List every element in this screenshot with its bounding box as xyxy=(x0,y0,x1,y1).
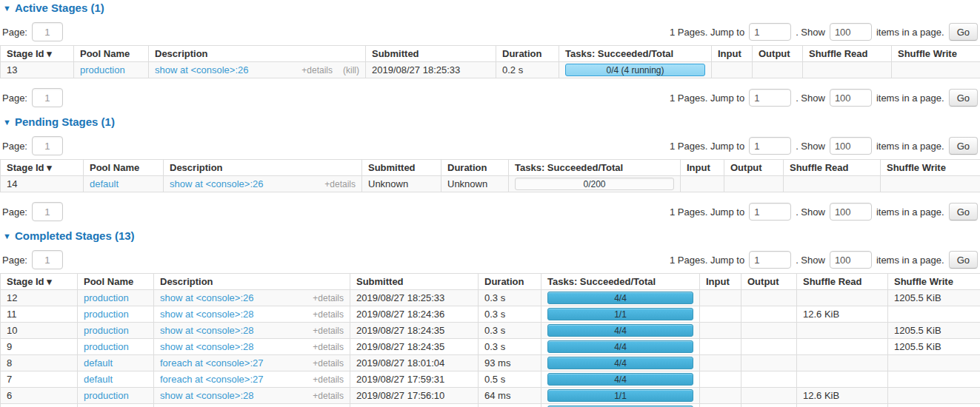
stage-description-link[interactable]: show at <console>:28 xyxy=(160,309,253,320)
go-button[interactable]: Go xyxy=(949,251,978,269)
pool-name-link[interactable]: production xyxy=(84,390,129,401)
show-items-input[interactable] xyxy=(830,23,872,41)
column-header-stage-id[interactable]: Stage Id ▾ xyxy=(1,274,78,290)
column-header-duration[interactable]: Duration xyxy=(479,274,541,290)
show-text: . Show xyxy=(796,141,825,152)
show-items-input[interactable] xyxy=(830,137,872,155)
column-header-shuffle-read[interactable]: Shuffle Read xyxy=(784,160,881,176)
jump-to-page-input[interactable] xyxy=(749,89,791,107)
stage-description-link[interactable]: show at <console>:26 xyxy=(155,64,248,75)
column-header-output[interactable]: Output xyxy=(741,274,797,290)
section-title-completed[interactable]: ▼Completed Stages (13) xyxy=(3,230,980,242)
go-button[interactable]: Go xyxy=(949,137,978,155)
column-header-stage-id[interactable]: Stage Id ▾ xyxy=(1,160,84,176)
page-number-input[interactable] xyxy=(32,250,63,269)
column-header-stage-id[interactable]: Stage Id ▾ xyxy=(1,46,74,62)
pool-name-link[interactable]: production xyxy=(84,341,129,352)
details-toggle[interactable]: +details xyxy=(313,391,344,401)
column-header-submitted[interactable]: Submitted xyxy=(350,274,479,290)
column-header-input[interactable]: Input xyxy=(712,46,753,62)
sort-desc-icon: ▾ xyxy=(47,48,52,59)
page-number-input[interactable] xyxy=(32,136,63,155)
details-toggle[interactable]: +details xyxy=(313,374,344,385)
pool-name-link[interactable]: production xyxy=(84,292,129,303)
description-cell: show at <console>:28+details xyxy=(154,339,350,355)
shuffle-write-cell: 1205.5 KiB xyxy=(888,290,980,306)
go-button[interactable]: Go xyxy=(949,203,978,221)
column-header-description[interactable]: Description xyxy=(154,274,350,290)
column-header-input[interactable]: Input xyxy=(681,160,724,176)
column-header-output[interactable]: Output xyxy=(753,46,803,62)
stage-description-link[interactable]: show at <console>:26 xyxy=(160,292,253,303)
jump-to-page-input[interactable] xyxy=(749,23,791,41)
column-header-shuffle-write[interactable]: Shuffle Write xyxy=(892,46,980,62)
column-header-tasks-succeeded-total[interactable]: Tasks: Succeeded/Total xyxy=(509,160,681,176)
column-header-duration[interactable]: Duration xyxy=(496,46,559,62)
section-title-pending[interactable]: ▼Pending Stages (1) xyxy=(3,116,980,128)
column-header-shuffle-read[interactable]: Shuffle Read xyxy=(803,46,892,62)
details-toggle[interactable]: +details xyxy=(313,342,344,352)
stage-row: 11productionshow at <console>:28+details… xyxy=(1,306,980,323)
column-header-tasks-succeeded-total[interactable]: Tasks: Succeeded/Total xyxy=(541,274,700,290)
pages-count-text: 1 Pages. Jump to xyxy=(670,92,744,104)
jump-to-page-input[interactable] xyxy=(749,137,791,155)
stage-description-link[interactable]: show at <console>:28 xyxy=(160,325,253,336)
column-header-label: Duration xyxy=(447,162,487,173)
details-toggle[interactable]: +details xyxy=(313,326,344,336)
column-header-shuffle-read[interactable]: Shuffle Read xyxy=(797,274,888,290)
column-header-submitted[interactable]: Submitted xyxy=(366,46,496,62)
section-title-active[interactable]: ▼Active Stages (1) xyxy=(3,2,980,14)
duration-cell: 64 ms xyxy=(479,388,541,404)
details-toggle[interactable]: +details xyxy=(324,179,356,189)
column-header-tasks-succeeded-total[interactable]: Tasks: Succeeded/Total xyxy=(559,46,712,62)
pool-name-link[interactable]: production xyxy=(84,325,129,336)
pool-name-link[interactable]: default xyxy=(90,178,119,189)
go-button[interactable]: Go xyxy=(949,89,978,107)
pool-name-cell: production xyxy=(78,323,154,339)
show-items-input[interactable] xyxy=(830,203,872,221)
page-number-input[interactable] xyxy=(32,202,63,221)
pool-name-link[interactable]: default xyxy=(84,357,113,369)
tasks-progress-cell: 1/1 xyxy=(541,306,700,323)
column-header-pool-name[interactable]: Pool Name xyxy=(74,46,149,62)
shuffle-read-cell: 12.6 KiB xyxy=(797,388,888,404)
input-cell xyxy=(700,388,741,404)
column-header-pool-name[interactable]: Pool Name xyxy=(78,274,154,290)
stage-description-link[interactable]: show at <console>:28 xyxy=(160,390,253,401)
kill-link[interactable]: (kill) xyxy=(343,65,359,75)
page-number-input[interactable] xyxy=(32,22,63,41)
tasks-progress-bar: 4/4 xyxy=(547,357,693,369)
column-header-description[interactable]: Description xyxy=(164,160,362,176)
stage-row: 5productionshow at <console>:28+details2… xyxy=(1,404,980,407)
column-header-duration[interactable]: Duration xyxy=(441,160,509,176)
column-header-shuffle-write[interactable]: Shuffle Write xyxy=(881,160,980,176)
stage-description-link[interactable]: foreach at <console>:27 xyxy=(160,357,264,369)
stages-table-active: Stage Id ▾Pool NameDescriptionSubmittedD… xyxy=(0,45,980,78)
stages-table-pending: Stage Id ▾Pool NameDescriptionSubmittedD… xyxy=(0,159,980,192)
pool-name-cell: production xyxy=(74,62,149,78)
column-header-input[interactable]: Input xyxy=(700,274,741,290)
jump-to-page-input[interactable] xyxy=(749,251,791,269)
page-number-input[interactable] xyxy=(32,88,63,107)
details-toggle[interactable]: +details xyxy=(301,65,333,75)
column-header-description[interactable]: Description xyxy=(149,46,366,62)
show-items-input[interactable] xyxy=(830,89,872,107)
go-button[interactable]: Go xyxy=(949,23,978,41)
stage-description-link[interactable]: foreach at <console>:27 xyxy=(160,374,264,385)
jump-to-page-input[interactable] xyxy=(749,203,791,221)
show-items-input[interactable] xyxy=(830,251,872,269)
pages-count-text: 1 Pages. Jump to xyxy=(670,27,744,38)
column-header-pool-name[interactable]: Pool Name xyxy=(84,160,164,176)
details-toggle[interactable]: +details xyxy=(313,293,344,303)
column-header-shuffle-write[interactable]: Shuffle Write xyxy=(888,274,980,290)
pool-name-link[interactable]: production xyxy=(80,64,125,75)
column-header-output[interactable]: Output xyxy=(724,160,784,176)
details-toggle[interactable]: +details xyxy=(313,358,344,369)
details-toggle[interactable]: +details xyxy=(313,309,344,320)
column-header-submitted[interactable]: Submitted xyxy=(362,160,441,176)
stage-description-link[interactable]: show at <console>:28 xyxy=(160,341,253,352)
pool-name-link[interactable]: production xyxy=(84,309,129,320)
stage-description-link[interactable]: show at <console>:26 xyxy=(170,178,263,189)
pool-name-link[interactable]: default xyxy=(84,374,113,385)
page-label: Page: xyxy=(2,206,27,218)
